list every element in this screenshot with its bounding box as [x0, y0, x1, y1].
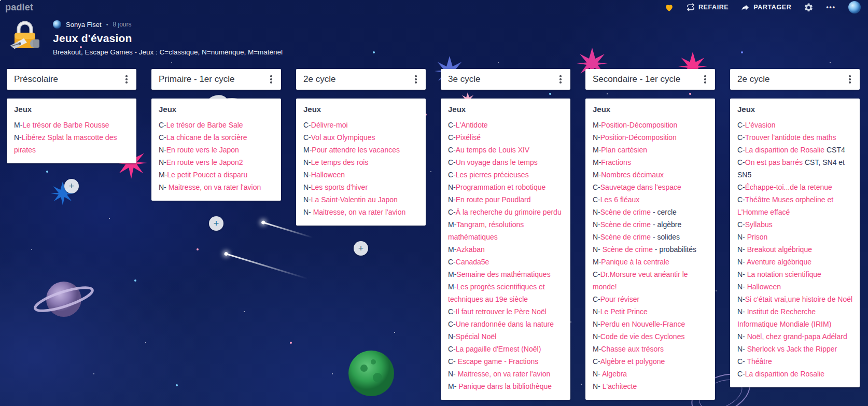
- game-link[interactable]: C-Un voyage dans le temps: [448, 156, 564, 169]
- game-link[interactable]: C-La disparition de Rosalie: [737, 368, 853, 380]
- game-link[interactable]: M-Panique à la centrale: [593, 256, 708, 268]
- game-link[interactable]: C-L'évasion: [737, 119, 853, 131]
- game-link[interactable]: N-En route pour Poudlard: [448, 193, 564, 206]
- add-post-button[interactable]: +: [209, 216, 223, 231]
- column-menu-button[interactable]: [555, 73, 566, 86]
- game-link[interactable]: M-Pour attendre les vacances: [303, 144, 419, 156]
- game-link[interactable]: C-À la recherche du grimoire perdu: [448, 206, 564, 218]
- game-link[interactable]: C-Les pierres précieuses: [448, 169, 564, 181]
- game-link[interactable]: C-Syllabus: [737, 218, 853, 231]
- game-link[interactable]: N- Institut de Recherche Informatique Mo…: [737, 305, 853, 330]
- game-link[interactable]: C-Théâtre Muses orpheline et L'Homme eff…: [737, 193, 853, 218]
- game-link[interactable]: N-Scène de crime - cercle: [593, 206, 708, 218]
- game-type-prefix: M-: [593, 158, 601, 166]
- game-link[interactable]: C-Au temps de Louis XIV: [448, 144, 564, 156]
- posts-card[interactable]: JeuxC-Délivre-moiC-Vol aux OlympiquesM-P…: [296, 99, 426, 226]
- game-link[interactable]: C- Théâtre: [737, 355, 853, 368]
- share-button[interactable]: PARTAGER: [741, 3, 791, 12]
- user-avatar[interactable]: [848, 1, 861, 13]
- add-post-button[interactable]: +: [64, 179, 79, 193]
- game-link[interactable]: M-Chasse aux trésors: [593, 343, 708, 355]
- column-menu-button[interactable]: [121, 73, 132, 86]
- game-link[interactable]: N-Perdu en Nouvelle-France: [593, 318, 708, 330]
- game-link[interactable]: N-Spécial Noël: [448, 330, 564, 343]
- game-link[interactable]: C-Algèbre et polygone: [593, 355, 708, 368]
- game-link[interactable]: N- Algebra: [593, 368, 708, 380]
- game-link[interactable]: N-En route vers le Japon2: [159, 156, 274, 169]
- game-link[interactable]: C-Trouver l'antidote des maths: [737, 131, 853, 144]
- game-link[interactable]: C-Vol aux Olympiques: [303, 131, 419, 144]
- game-link[interactable]: M-Le petit Poucet a disparu: [159, 169, 274, 181]
- game-link[interactable]: C-L'Antidote: [448, 119, 564, 131]
- game-link[interactable]: M-Semaine des mathématiques: [448, 268, 564, 281]
- remake-button[interactable]: REFAIRE: [687, 3, 729, 11]
- column-menu-button[interactable]: [410, 73, 422, 86]
- game-link[interactable]: N-Scène de crime - solides: [593, 231, 708, 243]
- game-link[interactable]: M-Azkaban: [448, 243, 564, 256]
- game-link[interactable]: N- Halloween: [737, 281, 853, 293]
- game-link[interactable]: N- Prison: [737, 231, 853, 243]
- game-link[interactable]: N-Position-Décomposition: [593, 131, 708, 144]
- game-link[interactable]: N- Maitresse, on va rater l'avion: [448, 368, 564, 380]
- game-link[interactable]: N-Halloween: [303, 169, 419, 181]
- author-name[interactable]: Sonya Fiset: [66, 21, 102, 29]
- game-link[interactable]: C-Pixélisé: [448, 131, 564, 144]
- posts-card[interactable]: JeuxM-Position-DécompositionN-Position-D…: [585, 99, 715, 400]
- game-link[interactable]: C-Le trésor de Barbe Sale: [159, 119, 274, 131]
- game-link[interactable]: C-Dr.Morsure veut anéantir le monde!: [593, 268, 708, 293]
- game-link[interactable]: M-Les progrès scientifiques et technique…: [448, 281, 564, 305]
- game-link[interactable]: C-Délivre-moi: [303, 119, 419, 131]
- game-link[interactable]: N- Sherlock vs Jack the Ripper: [737, 343, 853, 355]
- game-link[interactable]: C-Une randonnée dans la nature: [448, 318, 564, 330]
- game-link[interactable]: N-Le temps des rois: [303, 156, 419, 169]
- game-link[interactable]: N- La notation scientifique: [737, 268, 853, 281]
- game-link[interactable]: N-Code de vie des Cyclones: [593, 330, 708, 343]
- game-link[interactable]: C-On est pas barrés CST, SN4 et SN5: [737, 156, 853, 181]
- posts-card[interactable]: JeuxM-Le trésor de Barbe RousseN-Libérez…: [7, 99, 136, 163]
- game-link[interactable]: C-Les 6 fléaux: [593, 193, 708, 206]
- posts-card[interactable]: JeuxC-Le trésor de Barbe SaleC-La chican…: [151, 99, 281, 201]
- game-link[interactable]: N-En route vers le Japon: [159, 144, 274, 156]
- game-link[interactable]: N-Libérez Splat la mascotte des pirates: [14, 131, 130, 156]
- game-link[interactable]: C-Échappe-toi...de la retenue: [737, 181, 853, 193]
- game-link[interactable]: N- Scène de crime - probabilités: [593, 243, 708, 256]
- game-link[interactable]: N- Noël, chez grand-papa Adélard: [737, 330, 853, 343]
- game-link[interactable]: N-La Saint-Valentin au Japon: [303, 193, 419, 206]
- game-link[interactable]: C-La pagaille d'Ernest (Noël): [448, 343, 564, 355]
- game-link[interactable]: N- L'achitecte: [593, 380, 708, 393]
- add-post-button[interactable]: +: [354, 241, 368, 256]
- game-link[interactable]: C- Escape game - Fractions: [448, 355, 564, 368]
- game-link[interactable]: M-Fractions: [593, 156, 708, 169]
- game-link[interactable]: C-Canada5e: [448, 256, 564, 268]
- posts-card[interactable]: JeuxC-L'évasionC-Trouver l'antidote des …: [730, 99, 860, 387]
- game-link[interactable]: C-Pour réviser: [593, 293, 708, 305]
- game-link[interactable]: N- Maitresse, on va rater l'avion: [159, 181, 274, 193]
- game-link[interactable]: N-Les sports d'hiver: [303, 181, 419, 193]
- game-link[interactable]: N-Scène de crime - algèbre: [593, 218, 708, 231]
- column-menu-button[interactable]: [699, 73, 711, 86]
- game-link[interactable]: N- Aventure algébrique: [737, 256, 853, 268]
- game-link[interactable]: N- Maitresse, on va rater l'avion: [303, 206, 419, 218]
- game-link[interactable]: C-La disparition de Rosalie CST4: [737, 144, 853, 156]
- game-link[interactable]: M-Le trésor de Barbe Rousse: [14, 119, 130, 131]
- game-link[interactable]: M-Nombres décimaux: [593, 169, 708, 181]
- game-link[interactable]: M-Plan cartésien: [593, 144, 708, 156]
- settings-button[interactable]: [804, 3, 814, 12]
- game-link[interactable]: M-Position-Décomposition: [593, 119, 708, 131]
- like-button[interactable]: [664, 3, 674, 12]
- game-link[interactable]: N-Programmation et robotique: [448, 181, 564, 193]
- posts-card[interactable]: JeuxC-L'AntidoteC-PixéliséC-Au temps de …: [441, 99, 570, 400]
- game-link[interactable]: C-Il faut retrouver le Père Noël: [448, 305, 564, 318]
- game-link[interactable]: N- Breakout algébrique: [737, 243, 853, 256]
- game-link[interactable]: C-Sauvetage dans l'espace: [593, 181, 708, 193]
- author-avatar[interactable]: [53, 20, 61, 29]
- game-link[interactable]: N-Si c'était vrai,une histoire de Noël: [737, 293, 853, 305]
- game-link[interactable]: N-Le Petit Prince: [593, 305, 708, 318]
- game-link[interactable]: C-La chicane de la sorcière: [159, 131, 274, 144]
- more-options-button[interactable]: •••: [826, 4, 836, 11]
- column-menu-button[interactable]: [265, 73, 277, 86]
- padlet-logo[interactable]: padlet: [5, 2, 33, 13]
- game-link[interactable]: M-Tangram, résolutions mathématiques: [448, 218, 564, 243]
- game-link[interactable]: M- Panique dans la bibliothèque: [448, 380, 564, 393]
- column-menu-button[interactable]: [844, 73, 856, 86]
